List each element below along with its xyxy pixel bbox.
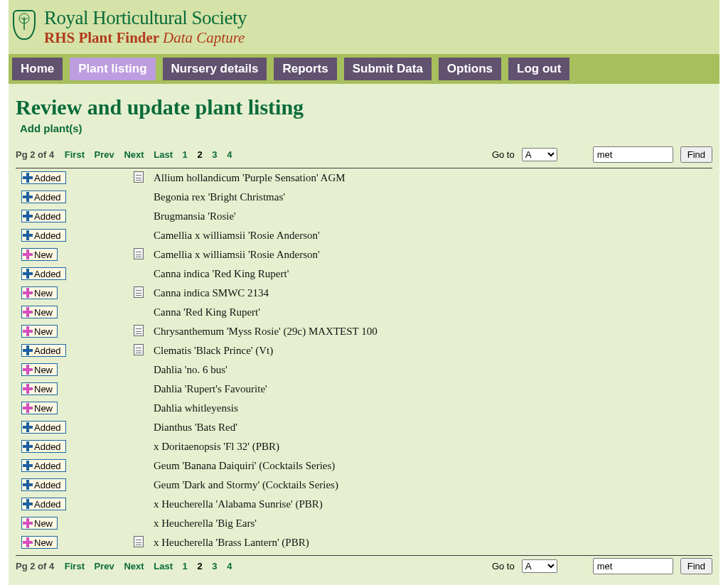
status-badge-label: New [34,307,53,318]
pager-page-3[interactable]: 3 [212,561,217,571]
status-badge-new[interactable]: New [21,536,58,549]
nav-plant-listing[interactable]: Plant listing [70,58,155,80]
nav-submit-data[interactable]: Submit Data [344,58,432,80]
status-badge-added[interactable]: Added [21,210,66,222]
nav-log-out[interactable]: Log out [508,58,569,80]
plant-name[interactable]: Begonia rex 'Bright Christmas' [151,188,712,207]
plant-name[interactable]: Canna indica 'Red King Rupert' [151,264,712,284]
pager-page-1[interactable]: 1 [183,149,188,160]
status-badge-added[interactable]: Added [21,421,66,434]
plant-name[interactable]: Camellia x williamsii 'Rosie Anderson' [151,245,712,264]
table-row: Addedx Heucherella 'Alabama Sunrise' (PB… [16,495,712,514]
status-badge-added[interactable]: Added [21,498,66,510]
find-button[interactable] [680,146,712,163]
plant-name[interactable]: Dahlia 'no. 6 bus' [151,360,712,380]
status-badge-added[interactable]: Added [21,440,66,453]
status-badge-added[interactable]: Added [21,459,66,472]
status-badge-added[interactable]: Added [21,344,66,357]
plant-name[interactable]: Clematis 'Black Prince' (Vt) [151,341,712,360]
org-title: Royal Horticultural Society [44,7,247,29]
plus-icon [23,173,33,183]
nav-options[interactable]: Options [439,58,501,80]
plus-icon [23,269,33,279]
plus-icon [23,288,33,298]
table-row: Addedx Doritaenopsis 'Fl 32' (PBR) [16,437,712,456]
plant-name[interactable]: Brugmansia 'Rosie' [151,207,712,226]
plus-icon [23,441,33,451]
pager-first[interactable]: First [65,561,85,571]
pager-next[interactable]: Next [124,561,144,571]
note-icon[interactable] [134,536,144,547]
add-plants-link[interactable]: Add plant(s) [20,122,82,134]
find-input[interactable] [593,146,673,163]
pager-page-1[interactable]: 1 [183,561,188,571]
page-indicator: Pg 2 of 4 [16,149,54,160]
nav-nursery-details[interactable]: Nursery details [163,58,267,80]
plant-name[interactable]: Chrysanthemum 'Myss Rosie' (29c) MAXTEST… [151,322,712,341]
plant-name[interactable]: x Heucherella 'Big Ears' [151,514,712,533]
status-badge-new[interactable]: New [21,517,58,530]
plant-name[interactable]: Geum 'Banana Daiquiri' (Cocktails Series… [151,456,712,476]
plus-icon [23,537,33,547]
note-icon[interactable] [134,344,144,355]
status-badge-label: New [34,288,53,299]
goto-label: Go to [492,149,515,160]
plant-name[interactable]: Canna indica SMWC 2134 [151,284,712,303]
plant-name[interactable]: Allium hollandicum 'Purple Sensation' AG… [151,168,712,188]
status-badge-new[interactable]: New [21,306,58,318]
plant-name[interactable]: x Heucherella 'Alabama Sunrise' (PBR) [151,495,712,514]
status-badge-label: Added [34,480,61,490]
goto-select[interactable]: A [522,148,557,161]
pager-prev[interactable]: Prev [95,149,114,160]
table-row: NewDahlia whitleyensis [16,399,712,418]
status-badge-new[interactable]: New [21,248,58,261]
pager-last[interactable]: Last [154,561,173,571]
table-row: Newx Heucherella 'Big Ears' [16,514,712,533]
status-badge-new[interactable]: New [21,363,58,376]
status-badge-new[interactable]: New [21,402,58,414]
note-icon[interactable] [134,248,144,259]
pager-last[interactable]: Last [154,149,173,160]
plus-icon [23,518,33,528]
status-badge-label: Added [34,269,61,279]
status-badge-added[interactable]: Added [21,190,66,203]
pager-bottom: Pg 2 of 4 First Prev Next Last 1 2 3 4 G… [16,556,712,576]
pager-first[interactable]: First [65,149,85,160]
status-badge-added[interactable]: Added [21,478,66,491]
plant-name[interactable]: Geum 'Dark and Stormy' (Cocktails Series… [151,476,712,495]
pager-page-3[interactable]: 3 [212,149,217,160]
pager-page-4[interactable]: 4 [227,149,232,160]
pager-prev[interactable]: Prev [95,561,114,571]
status-badge-added[interactable]: Added [21,267,66,280]
main-nav: Home Plant listing Nursery details Repor… [9,54,719,84]
nav-reports[interactable]: Reports [274,58,336,80]
table-row: NewDahlia 'Rupert's Favourite' [16,380,712,399]
status-badge-new[interactable]: New [21,325,58,338]
plant-name[interactable]: Dianthus 'Bats Red' [151,418,712,437]
table-row: AddedCamellia x williamsii 'Rosie Anders… [16,226,712,245]
table-row: AddedClematis 'Black Prince' (Vt) [16,341,712,360]
table-row: AddedDianthus 'Bats Red' [16,418,712,437]
status-badge-new[interactable]: New [21,286,58,299]
pager-next[interactable]: Next [124,149,144,160]
plant-name[interactable]: Camellia x williamsii 'Rosie Anderson' [151,226,712,245]
status-badge-added[interactable]: Added [21,171,66,184]
table-row: NewDahlia 'no. 6 bus' [16,360,712,380]
plant-name[interactable]: x Heucherella 'Brass Lantern' (PBR) [151,533,712,552]
status-badge-added[interactable]: Added [21,229,66,242]
note-icon[interactable] [134,171,144,183]
find-input[interactable] [593,558,673,574]
nav-home[interactable]: Home [12,58,63,80]
plant-name[interactable]: Dahlia 'Rupert's Favourite' [151,380,712,399]
plant-name[interactable]: x Doritaenopsis 'Fl 32' (PBR) [151,437,712,456]
goto-select[interactable]: A [522,559,557,573]
note-icon[interactable] [134,325,144,336]
find-button[interactable] [680,558,712,574]
plus-icon [23,307,33,317]
plant-name[interactable]: Canna 'Red King Rupert' [151,303,712,322]
note-icon[interactable] [134,286,144,298]
status-badge-new[interactable]: New [21,382,58,395]
pager-page-4[interactable]: 4 [227,561,232,571]
plus-icon [23,461,33,471]
plant-name[interactable]: Dahlia whitleyensis [151,399,712,418]
